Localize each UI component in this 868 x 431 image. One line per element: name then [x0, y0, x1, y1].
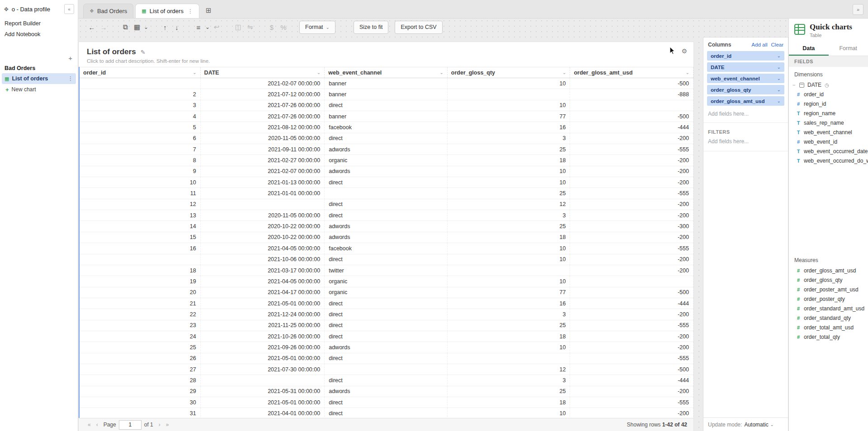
- table-cell[interactable]: -500: [570, 287, 693, 298]
- table-cell[interactable]: direct: [325, 309, 448, 320]
- table-cell[interactable]: -200: [570, 309, 693, 320]
- table-cell[interactable]: 18: [448, 232, 571, 243]
- clear-link[interactable]: Clear: [771, 42, 783, 47]
- table-cell[interactable]: -555: [570, 243, 693, 254]
- column-header-order_gloss_amt_usd[interactable]: order_gloss_amt_usd⌄: [570, 67, 693, 78]
- percent-format-icon[interactable]: %: [278, 21, 289, 33]
- column-header-web_event_channel[interactable]: web_event_channel⌄: [325, 67, 448, 78]
- workbook-tab-list-of-orders[interactable]: ▦List of orders⋮: [135, 4, 199, 18]
- table-cell[interactable]: direct: [325, 397, 448, 408]
- table-cell[interactable]: 2020-10-22 00:00:00: [201, 221, 325, 232]
- table-cell[interactable]: 2020-11-05 00:00:00: [201, 210, 325, 221]
- new-chart-button[interactable]: + New chart: [0, 84, 78, 95]
- table-cell[interactable]: 5: [80, 122, 201, 133]
- table-cell[interactable]: direct: [325, 353, 448, 364]
- table-cell[interactable]: -555: [570, 188, 693, 199]
- dimension-web_event_occurred_date[interactable]: Tweb_event_occurred_date: [789, 147, 868, 156]
- measure-order_standard_amt_usd[interactable]: #order_standard_amt_usd: [789, 304, 868, 314]
- table-cell[interactable]: direct: [325, 298, 448, 309]
- dimension-web_event_id[interactable]: #web_event_id: [789, 137, 868, 147]
- table-cell[interactable]: -300: [570, 221, 693, 232]
- dimension-region_id[interactable]: #region_id: [789, 99, 868, 109]
- element-type-caret-icon[interactable]: ⌄: [143, 21, 149, 33]
- table-cell[interactable]: 3: [448, 375, 571, 386]
- table-cell[interactable]: 2021-01-13 00:00:00: [201, 177, 325, 188]
- table-cell[interactable]: 15: [80, 232, 201, 243]
- table-cell[interactable]: 28: [80, 375, 201, 386]
- column-header-order_gloss_qty[interactable]: order_gloss_qty⌄: [448, 67, 571, 78]
- column-menu-caret-icon[interactable]: ⌄: [317, 70, 321, 75]
- table-cell[interactable]: direct: [325, 133, 448, 144]
- table-cell[interactable]: twitter: [325, 265, 448, 276]
- table-cell[interactable]: 4: [80, 111, 201, 122]
- sidebar-item-list-of-orders[interactable]: ▦ List of orders ⋮: [2, 73, 76, 84]
- table-cell[interactable]: 3: [80, 100, 201, 111]
- table-cell[interactable]: direct: [325, 199, 448, 210]
- table-cell[interactable]: 25: [448, 144, 571, 155]
- format-dropdown[interactable]: Format ⌄: [299, 21, 335, 34]
- table-cell[interactable]: 23: [80, 320, 201, 331]
- table-cell[interactable]: -500: [570, 111, 693, 122]
- table-cell[interactable]: 2021-01-01 00:00:00: [201, 188, 325, 199]
- pill-caret-icon[interactable]: ⌄: [777, 76, 781, 81]
- element-title[interactable]: List of orders: [87, 47, 136, 56]
- table-cell[interactable]: facebook: [325, 122, 448, 133]
- column-menu-caret-icon[interactable]: ⌄: [439, 70, 443, 75]
- table-cell[interactable]: 2020-10-22 00:00:00: [201, 232, 325, 243]
- table-cell[interactable]: direct: [325, 254, 448, 265]
- table-cell[interactable]: 2021-05-01 00:00:00: [201, 353, 325, 364]
- table-cell[interactable]: 2021-07-12 00:00:00: [201, 89, 325, 100]
- export-to-csv-button[interactable]: Export to CSV: [395, 21, 442, 34]
- pill-caret-icon[interactable]: ⌄: [777, 98, 781, 103]
- kebab-menu-icon[interactable]: ⋮: [68, 75, 73, 82]
- table-cell[interactable]: 10: [448, 78, 571, 89]
- table-cell[interactable]: [570, 100, 693, 111]
- tab-data[interactable]: Data: [789, 42, 829, 56]
- table-cell[interactable]: 2021-03-17 00:00:00: [201, 265, 325, 276]
- table-cell[interactable]: adwords: [325, 386, 448, 397]
- workbook-tab-bad-orders[interactable]: ❖Bad Orders: [83, 4, 133, 18]
- dimension-web_event_occurred_do_w_n[interactable]: Tweb_event_occurred_do_w_n: [789, 156, 868, 166]
- table-cell[interactable]: [80, 78, 201, 89]
- measure-order_poster_qty[interactable]: #order_poster_qty: [789, 295, 868, 304]
- table-cell[interactable]: 19: [80, 276, 201, 287]
- table-cell[interactable]: -200: [570, 210, 693, 221]
- table-cell[interactable]: 13: [80, 210, 201, 221]
- table-cell[interactable]: 25: [448, 386, 571, 397]
- table-cell[interactable]: -200: [570, 199, 693, 210]
- table-cell[interactable]: 10: [80, 177, 201, 188]
- table-cell[interactable]: 10: [448, 342, 571, 353]
- table-cell[interactable]: 25: [80, 342, 201, 353]
- pill-caret-icon[interactable]: ⌄: [777, 65, 781, 70]
- last-page-icon[interactable]: »: [166, 422, 169, 428]
- currency-format-icon[interactable]: $: [266, 21, 278, 33]
- table-cell[interactable]: banner: [325, 89, 448, 100]
- table-cell[interactable]: adwords: [325, 221, 448, 232]
- table-cell[interactable]: [570, 276, 693, 287]
- table-cell[interactable]: 2021-07-26 00:00:00: [201, 100, 325, 111]
- measure-order_poster_amt_usd[interactable]: #order_poster_amt_usd: [789, 285, 868, 295]
- table-cell[interactable]: 3: [448, 133, 571, 144]
- kebab-menu-icon[interactable]: ⋮: [188, 8, 193, 14]
- table-cell[interactable]: -200: [570, 342, 693, 353]
- first-page-icon[interactable]: «: [88, 422, 91, 428]
- table-cell[interactable]: organic: [325, 276, 448, 287]
- table-cell[interactable]: 77: [448, 111, 571, 122]
- table-cell[interactable]: -200: [570, 232, 693, 243]
- align-caret-icon[interactable]: ⌄: [204, 21, 211, 33]
- table-cell[interactable]: 27: [80, 364, 201, 375]
- table-cell[interactable]: -444: [570, 375, 693, 386]
- table-cell[interactable]: 11: [80, 188, 201, 199]
- table-cell[interactable]: 10: [448, 243, 571, 254]
- table-cell[interactable]: 2021-04-17 00:00:00: [201, 287, 325, 298]
- previous-page-icon[interactable]: ‹: [96, 422, 98, 428]
- table-cell[interactable]: 10: [448, 254, 571, 265]
- table-cell[interactable]: 30: [80, 397, 201, 408]
- table-cell[interactable]: 20: [80, 287, 201, 298]
- size-to-fit-button[interactable]: Size to fit: [354, 21, 388, 34]
- element-settings-gear-icon[interactable]: ⚙: [681, 47, 687, 55]
- table-cell[interactable]: direct: [325, 177, 448, 188]
- measure-order_total_amt_usd[interactable]: #order_total_amt_usd: [789, 323, 868, 333]
- dimension-DATE[interactable]: −DATE◷: [789, 80, 868, 90]
- collapse-right-panel-button[interactable]: »: [853, 4, 863, 15]
